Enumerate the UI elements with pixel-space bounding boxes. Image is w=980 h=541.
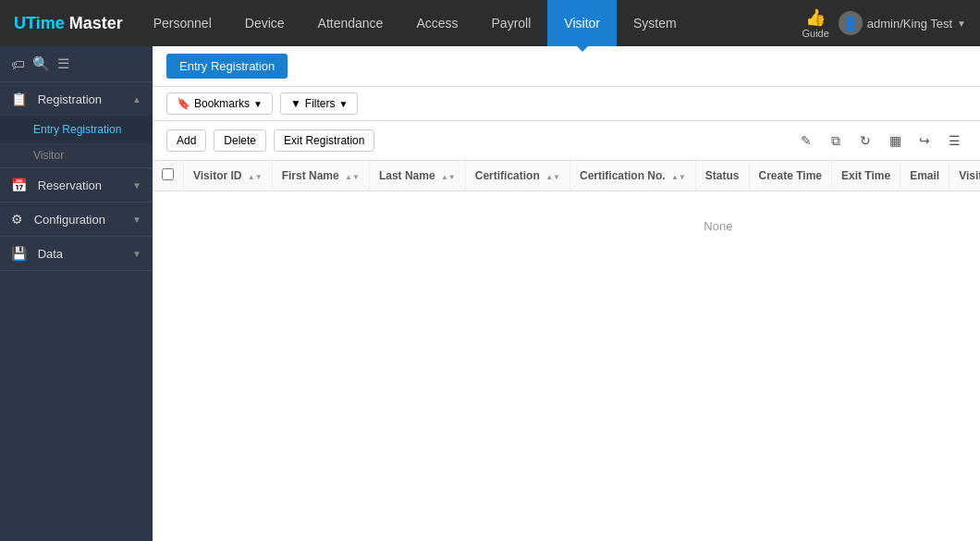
sort-certification[interactable]: ▲▼ [545,174,560,181]
sidebar-section-header-reservation[interactable]: 📅 Reservation ▼ [0,168,153,202]
sidebar-section-header-configuration[interactable]: ⚙ Configuration ▼ [0,203,153,236]
chevron-down-icon-data: ▼ [132,249,141,259]
sidebar-section-header-data[interactable]: 💾 Data ▼ [0,237,153,270]
nav-item-system[interactable]: System [617,0,693,46]
chevron-down-icon-configuration: ▼ [132,215,141,225]
top-nav: UTime Master Personnel Device Attendance… [0,0,980,46]
table-container: Visitor ID ▲▼ First Name ▲▼ Last Name ▲▼ [153,161,980,541]
col-create-time: Create Time [749,161,831,191]
add-button[interactable]: Add [166,129,206,152]
search-icon[interactable]: 🔍 [32,55,50,72]
sidebar-section-data: 💾 Data ▼ [0,237,153,271]
nav-item-device[interactable]: Device [228,0,301,46]
toolbar-actions: Add Delete Exit Registration ✎ ⧉ ↻ ▦ ↪ ☰ [153,121,980,161]
bookmarks-button[interactable]: 🔖 Bookmarks ▼ [166,92,273,115]
col-certification[interactable]: Certification ▲▼ [465,161,570,191]
configuration-icon: ⚙ [11,212,23,227]
sidebar-item-visitor[interactable]: Visitor [0,143,153,167]
sidebar-configuration-label: Configuration [34,213,105,227]
col-certification-no-label: Certification No. [580,169,666,182]
sidebar-registration-items: Entry Registration Visitor [0,116,153,167]
expand-icon[interactable]: ⧉ [824,129,848,153]
sidebar-data-label: Data [38,247,63,261]
col-exit-time: Exit Time [832,161,900,191]
col-certification-no[interactable]: Certification No. ▲▼ [570,161,695,191]
sort-visitor-id[interactable]: ▲▼ [248,174,263,181]
col-certification-label: Certification [475,169,540,182]
refresh-icon[interactable]: ↻ [853,129,877,153]
col-email: Email [900,161,949,191]
col-visitor-id-label: Visitor ID [193,169,241,182]
logo-master: Master [69,14,123,32]
col-exit-time-label: Exit Time [841,169,890,182]
nav-right: 👍 Guide 👤 admin/King Test ▼ [802,7,980,39]
delete-button[interactable]: Delete [214,129,266,152]
columns-icon[interactable]: ▦ [883,129,907,153]
select-all-checkbox[interactable] [162,168,174,180]
app-logo[interactable]: UTime Master [0,14,137,33]
sidebar-section-header-registration[interactable]: 📋 Registration ▲ [0,82,153,116]
user-name: admin/King Test [867,17,952,31]
sidebar: 🏷 🔍 ☰ 📋 Registration ▲ Entry Registratio… [0,46,153,541]
nav-item-visitor[interactable]: Visitor [547,0,617,46]
data-icon: 💾 [11,246,27,261]
avatar: 👤 [839,11,863,35]
chevron-up-icon: ▲ [132,94,141,105]
filters-dropdown-icon: ▼ [339,99,349,109]
user-info[interactable]: 👤 admin/King Test ▼ [839,11,966,35]
sort-last-name[interactable]: ▲▼ [441,174,456,181]
logo-u: U [14,14,26,32]
tag-icon[interactable]: 🏷 [11,56,25,72]
table-header-row: Visitor ID ▲▼ First Name ▲▼ Last Name ▲▼ [153,161,980,191]
col-first-name[interactable]: First Name ▲▼ [272,161,369,191]
nav-item-personnel[interactable]: Personnel [137,0,228,46]
guide-button[interactable]: 👍 Guide [802,7,828,39]
filters-button[interactable]: ▼ Filters ▼ [280,92,358,115]
col-status-label: Status [705,169,740,182]
bookmark-icon: 🔖 [177,97,190,110]
sort-first-name[interactable]: ▲▼ [345,174,360,181]
col-email-label: Email [910,169,939,182]
empty-label: None [153,191,980,262]
nav-item-access[interactable]: Access [399,0,474,46]
col-visitor-id[interactable]: Visitor ID ▲▼ [184,161,273,191]
list-icon[interactable]: ☰ [57,55,69,72]
col-last-name[interactable]: Last Name ▲▼ [369,161,465,191]
registration-icon: 📋 [11,92,27,106]
page-header: Entry Registration [153,46,980,87]
toolbar-right-actions: ✎ ⧉ ↻ ▦ ↪ ☰ [794,129,966,153]
filters-label: Filters [305,97,336,110]
user-dropdown-icon[interactable]: ▼ [957,18,966,29]
bookmarks-dropdown-icon: ▼ [253,99,263,109]
edit-icon[interactable]: ✎ [794,129,818,153]
sidebar-reservation-label: Reservation [38,178,102,192]
sidebar-section-reservation: 📅 Reservation ▼ [0,168,153,203]
sidebar-section-configuration: ⚙ Configuration ▼ [0,203,153,237]
col-first-name-label: First Name [282,169,339,182]
content-area: Entry Registration 🔖 Bookmarks ▼ ▼ Filte… [153,46,980,541]
logo-time: Time [26,14,69,32]
sidebar-section-registration: 📋 Registration ▲ Entry Registration Visi… [0,82,153,168]
reservation-icon: 📅 [11,178,27,192]
guide-label: Guide [802,28,828,39]
nav-item-attendance[interactable]: Attendance [301,0,400,46]
table-body: None [153,191,980,262]
settings-icon[interactable]: ☰ [942,129,966,153]
toolbar-top: 🔖 Bookmarks ▼ ▼ Filters ▼ [153,87,980,121]
nav-items: Personnel Device Attendance Access Payro… [137,0,802,46]
sidebar-registration-label: Registration [38,92,102,106]
col-last-name-label: Last Name [379,169,435,182]
sort-certification-no[interactable]: ▲▼ [671,174,686,181]
sidebar-item-entry-registration[interactable]: Entry Registration [0,116,153,143]
col-visit-department-label: Visit Department [959,169,980,182]
empty-row: None [153,191,980,262]
checkbox-header[interactable] [153,161,184,191]
page-title: Entry Registration [166,54,288,79]
col-create-time-label: Create Time [759,169,822,182]
bookmarks-label: Bookmarks [194,97,250,110]
nav-item-payroll[interactable]: Payroll [475,0,548,46]
filter-icon: ▼ [290,97,301,110]
exit-registration-button[interactable]: Exit Registration [274,129,374,152]
export-icon[interactable]: ↪ [913,129,937,153]
main-layout: 🏷 🔍 ☰ 📋 Registration ▲ Entry Registratio… [0,46,980,541]
